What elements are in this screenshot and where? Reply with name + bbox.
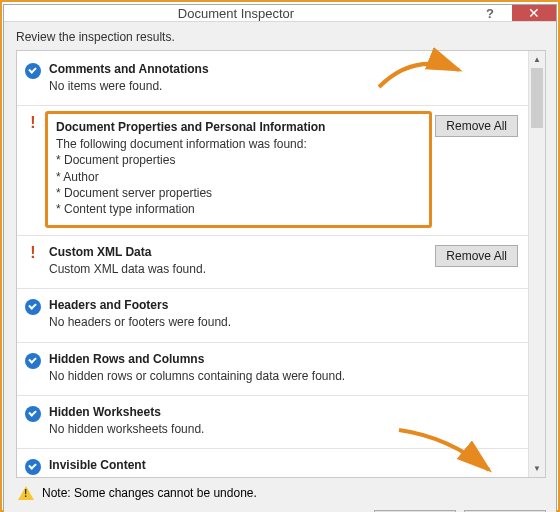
- check-circle-icon: [25, 299, 41, 315]
- result-item-title: Hidden Rows and Columns: [49, 352, 432, 366]
- check-circle-icon: [25, 406, 41, 422]
- results-list: Comments and AnnotationsNo items were fo…: [17, 51, 528, 477]
- result-item-title: Document Properties and Personal Informa…: [56, 120, 421, 134]
- result-item-inner: Invisible Content: [49, 458, 432, 472]
- review-label: Review the inspection results.: [16, 30, 546, 44]
- check-circle-icon: [25, 353, 41, 369]
- result-item-desc: No headers or footers were found.: [49, 314, 432, 330]
- window-title: Document Inspector: [4, 5, 468, 21]
- result-item-desc: The following document information was f…: [56, 136, 421, 217]
- result-item-body: Hidden Rows and ColumnsNo hidden rows or…: [49, 352, 432, 384]
- result-item-inner: Custom XML DataCustom XML data was found…: [49, 245, 432, 277]
- screenshot-frame: Document Inspector ? ✕ Review the inspec…: [0, 0, 560, 512]
- result-item: Headers and FootersNo headers or footers…: [17, 289, 528, 342]
- scroll-down-arrow[interactable]: ▼: [529, 460, 545, 477]
- result-item-body: Custom XML DataCustom XML data was found…: [49, 245, 432, 277]
- scroll-thumb[interactable]: [531, 68, 543, 128]
- result-item-action: Remove All: [432, 245, 518, 267]
- result-item-body: Comments and AnnotationsNo items were fo…: [49, 62, 432, 94]
- result-item-body: Invisible Content: [49, 458, 432, 474]
- help-button[interactable]: ?: [468, 5, 512, 21]
- results-scroll-area: Comments and AnnotationsNo items were fo…: [16, 50, 546, 478]
- remove-all-button[interactable]: Remove All: [435, 245, 518, 267]
- result-item-title: Comments and Annotations: [49, 62, 432, 76]
- titlebar: Document Inspector ? ✕: [4, 5, 556, 22]
- highlighted-section: Document Properties and Personal Informa…: [45, 111, 432, 228]
- exclamation-icon: [25, 116, 41, 132]
- result-item: Hidden Rows and ColumnsNo hidden rows or…: [17, 343, 528, 396]
- note-row: Note: Some changes cannot be undone.: [16, 478, 546, 510]
- result-item-action: Remove All: [432, 115, 518, 137]
- result-item-body: Document Properties and Personal Informa…: [49, 115, 432, 224]
- scroll-up-arrow[interactable]: ▲: [529, 51, 545, 68]
- result-item-title: Headers and Footers: [49, 298, 432, 312]
- result-item-desc: Custom XML data was found.: [49, 261, 432, 277]
- check-circle-icon: [25, 459, 41, 475]
- result-item-desc: No hidden worksheets found.: [49, 421, 432, 437]
- result-item-desc: No items were found.: [49, 78, 432, 94]
- result-item-desc: No hidden rows or columns containing dat…: [49, 368, 432, 384]
- result-item-inner: Comments and AnnotationsNo items were fo…: [49, 62, 432, 94]
- warning-triangle-icon: [18, 486, 34, 500]
- scrollbar[interactable]: ▲ ▼: [528, 51, 545, 477]
- result-item-title: Invisible Content: [49, 458, 432, 472]
- result-item-body: Headers and FootersNo headers or footers…: [49, 298, 432, 330]
- exclamation-icon: [25, 246, 41, 262]
- result-item-inner: Hidden Rows and ColumnsNo hidden rows or…: [49, 352, 432, 384]
- dialog-body: Review the inspection results. Comments …: [4, 22, 556, 512]
- remove-all-button[interactable]: Remove All: [435, 115, 518, 137]
- result-item: Document Properties and Personal Informa…: [17, 106, 528, 236]
- result-item: Invisible Content: [17, 449, 528, 475]
- document-inspector-dialog: Document Inspector ? ✕ Review the inspec…: [3, 4, 557, 510]
- close-window-button[interactable]: ✕: [512, 5, 556, 21]
- note-text: Note: Some changes cannot be undone.: [42, 486, 257, 500]
- result-item-inner: Hidden WorksheetsNo hidden worksheets fo…: [49, 405, 432, 437]
- result-item-body: Hidden WorksheetsNo hidden worksheets fo…: [49, 405, 432, 437]
- result-item: Hidden WorksheetsNo hidden worksheets fo…: [17, 396, 528, 449]
- check-circle-icon: [25, 63, 41, 79]
- result-item: Comments and AnnotationsNo items were fo…: [17, 53, 528, 106]
- result-item-title: Custom XML Data: [49, 245, 432, 259]
- result-item-inner: Headers and FootersNo headers or footers…: [49, 298, 432, 330]
- result-item: Custom XML DataCustom XML data was found…: [17, 236, 528, 289]
- result-item-title: Hidden Worksheets: [49, 405, 432, 419]
